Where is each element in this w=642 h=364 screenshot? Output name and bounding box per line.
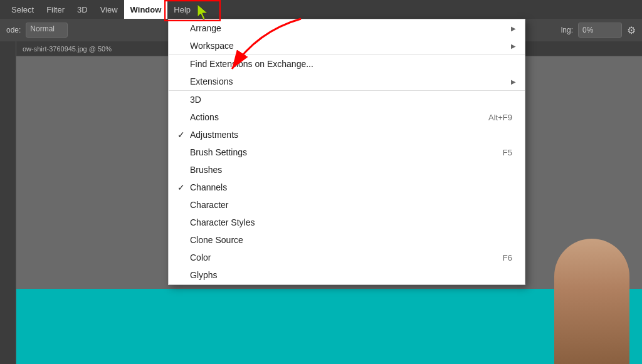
character-styles-label: Character Styles bbox=[190, 217, 255, 227]
mode-label: ode: bbox=[6, 26, 21, 34]
menu-item-glyphs[interactable]: Glyphs bbox=[169, 266, 525, 284]
menu-item-character[interactable]: Character bbox=[169, 196, 525, 214]
menu-section-2: Find Extensions on Exchange... Extension… bbox=[169, 55, 525, 91]
image-title: ow-shirt-3760945.jpg @ 50% bbox=[23, 45, 112, 53]
menu-3d[interactable]: 3D bbox=[71, 0, 94, 19]
menu-item-brushes[interactable]: Brushes bbox=[169, 161, 525, 179]
menu-window[interactable]: Window bbox=[124, 0, 168, 19]
channels-check: ✓ bbox=[177, 182, 187, 192]
menu-section-3: 3D Actions Alt+F9 ✓ Adjustments Brush Se… bbox=[169, 91, 525, 284]
window-dropdown-menu: Arrange Workspace Find Extensions on Exc… bbox=[168, 19, 525, 285]
menu-item-workspace[interactable]: Workspace bbox=[169, 37, 525, 55]
menu-item-arrange[interactable]: Arrange bbox=[169, 19, 525, 37]
gear-icon[interactable]: ⚙ bbox=[627, 24, 636, 36]
opacity-value[interactable]: 0% bbox=[578, 23, 622, 38]
color-shortcut: F6 bbox=[503, 253, 512, 263]
channels-label: Channels bbox=[190, 182, 227, 192]
menu-item-color[interactable]: Color F6 bbox=[169, 249, 525, 266]
menu-item-character-styles[interactable]: Character Styles bbox=[169, 214, 525, 231]
adjustments-check: ✓ bbox=[177, 130, 187, 140]
left-toolbar bbox=[0, 41, 16, 364]
menu-help[interactable]: Help bbox=[167, 0, 197, 19]
workspace-label: Workspace bbox=[190, 41, 234, 51]
menu-item-extensions[interactable]: Extensions bbox=[169, 73, 525, 90]
actions-shortcut: Alt+F9 bbox=[488, 113, 512, 122]
teal-area bbox=[16, 289, 642, 364]
toolbar-right: lng: 0% ⚙ bbox=[561, 23, 636, 38]
brush-settings-shortcut: F5 bbox=[503, 148, 512, 157]
menu-section-1: Arrange Workspace bbox=[169, 19, 525, 55]
mode-select[interactable]: Normal bbox=[26, 23, 68, 38]
menu-bar: Select Filter 3D View Window Help bbox=[0, 0, 642, 19]
menu-view[interactable]: View bbox=[94, 0, 124, 19]
arrange-label: Arrange bbox=[190, 23, 221, 33]
menu-item-actions[interactable]: Actions Alt+F9 bbox=[169, 108, 525, 126]
find-extensions-label: Find Extensions on Exchange... bbox=[190, 59, 313, 69]
menu-select[interactable]: Select bbox=[5, 0, 40, 19]
glyphs-label: Glyphs bbox=[190, 270, 218, 280]
menu-filter[interactable]: Filter bbox=[40, 0, 71, 19]
brushes-label: Brushes bbox=[190, 165, 222, 175]
adjustments-label: Adjustments bbox=[190, 130, 238, 140]
actions-label: Actions bbox=[190, 112, 219, 122]
clone-source-label: Clone Source bbox=[190, 235, 243, 245]
character-label: Character bbox=[190, 200, 228, 210]
menu-item-brush-settings[interactable]: Brush Settings F5 bbox=[169, 143, 525, 161]
menu-item-3d[interactable]: 3D bbox=[169, 91, 525, 108]
menu-item-adjustments[interactable]: ✓ Adjustments bbox=[169, 126, 525, 143]
menu-item-channels[interactable]: ✓ Channels bbox=[169, 179, 525, 196]
person-image bbox=[554, 239, 629, 364]
color-label: Color bbox=[190, 252, 211, 263]
opacity-label: lng: bbox=[561, 26, 573, 34]
brush-settings-label: Brush Settings bbox=[190, 147, 247, 157]
menu-item-find-extensions[interactable]: Find Extensions on Exchange... bbox=[169, 55, 525, 73]
extensions-label: Extensions bbox=[190, 76, 233, 86]
3d-label: 3D bbox=[190, 95, 201, 105]
menu-item-clone-source[interactable]: Clone Source bbox=[169, 231, 525, 249]
